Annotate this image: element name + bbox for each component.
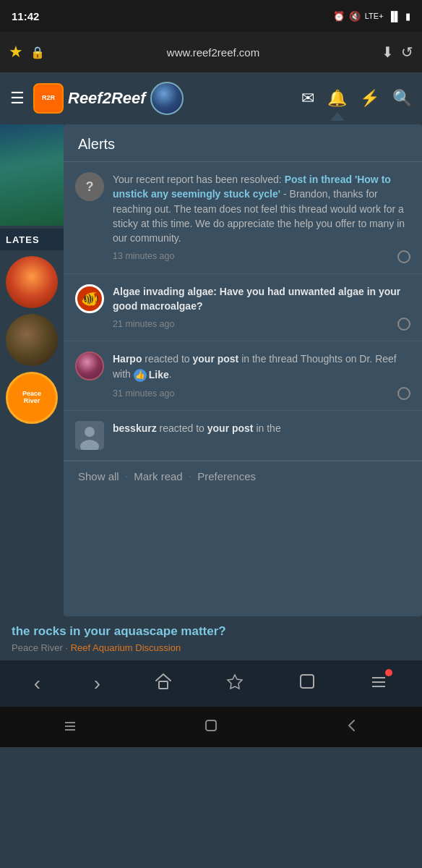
alert-content-besskurz: besskurz reacted to your post in the: [113, 421, 410, 450]
menu-badge: [385, 669, 392, 676]
alert-avatar-besskurz: [75, 421, 104, 450]
footer-sep-1: ·: [125, 470, 128, 483]
alert-time-3: 31 minutes ago: [113, 387, 410, 400]
logo-badge: R2R: [33, 83, 64, 114]
signal-icon: ▐▌: [388, 11, 401, 22]
alert-bold-text: Algae invading algae: Have you had unwan…: [113, 286, 400, 312]
alert-time-1: 13 minutes ago: [113, 250, 410, 263]
mark-read-link[interactable]: Mark read: [134, 470, 183, 482]
alert-content-algae: Algae invading algae: Have you had unwan…: [113, 284, 410, 331]
meta-user: Peace River: [12, 642, 63, 653]
nav-home[interactable]: [154, 672, 173, 696]
nav-bookmarks[interactable]: [225, 672, 244, 696]
alert-avatar-coral: [75, 352, 104, 380]
preferences-link[interactable]: Preferences: [197, 470, 256, 482]
alerts-footer: Show all · Mark read · Preferences: [64, 461, 422, 492]
nav-tabs[interactable]: [298, 672, 316, 696]
reload-icon[interactable]: ↺: [401, 43, 413, 61]
svg-rect-12: [206, 720, 216, 731]
mute-icon: 🔇: [349, 11, 361, 22]
search-icon[interactable]: 🔍: [392, 89, 412, 108]
alert-text-plain: Your recent report has been resolved:: [113, 174, 285, 185]
bg-image-1: [0, 124, 64, 226]
lte-icon: LTE+: [365, 12, 384, 20]
like-icon: 👍: [134, 369, 147, 382]
alert-avatar-clownfish: 🐠: [75, 284, 104, 313]
nav-back[interactable]: ‹: [34, 672, 40, 695]
status-time: 11:42: [12, 10, 39, 22]
bell-caret: [330, 112, 345, 121]
latest-avatar-1: [6, 256, 58, 308]
thread-meta: Peace River · Reef Aquarium Discussion: [12, 642, 410, 653]
favorite-icon[interactable]: ★: [9, 43, 23, 61]
svg-rect-5: [301, 675, 314, 688]
alert-content-harpo: Harpo reacted to your post in the thread…: [113, 352, 410, 400]
battery-icon: ▮: [405, 11, 410, 22]
download-icon[interactable]: ⬇: [382, 43, 394, 61]
mail-icon[interactable]: ✉: [301, 89, 314, 108]
alarm-icon: ⏰: [333, 11, 345, 22]
svg-marker-4: [228, 675, 242, 689]
show-all-link[interactable]: Show all: [78, 470, 119, 482]
like-reaction: 👍 Like: [134, 367, 169, 382]
alert-user-harpo: Harpo: [113, 353, 142, 365]
user-avatar[interactable]: [150, 82, 184, 115]
sidebar-background: LATES Peace River: [0, 124, 64, 616]
latest-label: LATES: [0, 229, 64, 250]
nav-menu[interactable]: [369, 672, 388, 696]
thread-title[interactable]: the rocks in your aquascape matter?: [12, 624, 410, 639]
peace-river-avatar: Peace River: [6, 372, 58, 424]
android-recents[interactable]: [62, 718, 78, 737]
unread-indicator-3: [397, 387, 410, 400]
lock-icon: 🔒: [30, 46, 45, 59]
nav-forward[interactable]: ›: [94, 672, 100, 695]
unread-indicator-1: [397, 250, 410, 263]
alert-item-besskurz[interactable]: besskurz reacted to your post in the: [64, 411, 422, 461]
hamburger-menu[interactable]: ☰: [10, 89, 25, 108]
site-header: ☰ R2R Reef2Reef ✉ 🔔 ⚡ 🔍: [0, 72, 422, 124]
alert-item-algae[interactable]: 🐠 Algae invading algae: Have you had unw…: [64, 274, 422, 342]
lightning-icon[interactable]: ⚡: [360, 89, 379, 108]
android-nav-bar: [0, 707, 422, 747]
meta-forum[interactable]: Reef Aquarium Discussion: [71, 642, 181, 653]
latest-list: Peace River: [0, 250, 64, 430]
latest-avatar-2: [6, 314, 58, 366]
status-bar: 11:42 ⏰ 🔇 LTE+ ▐▌ ▮: [0, 0, 422, 32]
status-icons: ⏰ 🔇 LTE+ ▐▌ ▮: [333, 11, 410, 22]
below-alerts-content: the rocks in your aquascape matter? Peac…: [0, 616, 422, 660]
alert-avatar-question: ?: [75, 172, 104, 201]
android-back[interactable]: [344, 718, 360, 737]
unread-indicator-2: [397, 318, 410, 331]
peace-river-logo: Peace River: [22, 391, 41, 405]
bell-icon[interactable]: 🔔: [327, 89, 347, 108]
alerts-panel: Alerts ? Your recent report has been res…: [64, 124, 422, 616]
url-bar[interactable]: www.reef2reef.com: [52, 46, 374, 59]
bottom-navigation: ‹ ›: [0, 660, 422, 707]
meta-sep: ·: [65, 642, 70, 653]
svg-rect-3: [159, 681, 168, 689]
alert-item-harpo[interactable]: Harpo reacted to your post in the thread…: [64, 341, 422, 411]
logo-area: R2R Reef2Reef: [33, 82, 293, 115]
site-logo-text[interactable]: Reef2Reef: [68, 89, 146, 108]
footer-sep-2: ·: [189, 470, 191, 483]
browser-bar: ★ 🔒 www.reef2reef.com ⬇ ↺: [0, 32, 422, 72]
alert-content-report: Your recent report has been resolved: Po…: [113, 172, 410, 263]
android-home[interactable]: [203, 718, 219, 737]
alert-user-besskurz: besskurz: [113, 422, 157, 434]
header-icons: ✉ 🔔 ⚡ 🔍: [301, 89, 412, 108]
alert-time-2: 21 minutes ago: [113, 318, 410, 331]
alerts-title: Alerts: [64, 124, 422, 162]
alert-item-report[interactable]: ? Your recent report has been resolved: …: [64, 162, 422, 274]
svg-point-1: [85, 427, 95, 437]
